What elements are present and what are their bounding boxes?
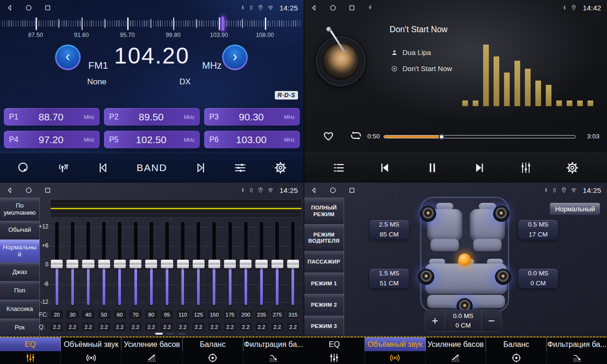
tab-surround-sound-icon-button[interactable] (61, 351, 121, 364)
repeat-icon[interactable] (349, 128, 363, 143)
recents-icon[interactable] (44, 4, 52, 12)
slider-handle[interactable] (145, 260, 157, 268)
preset-button[interactable]: P390.30MHz (204, 108, 300, 126)
tune-up-button[interactable] (222, 45, 248, 70)
tab-surround-sound[interactable]: Объёмный звук (365, 337, 426, 351)
slider-handle[interactable] (193, 260, 205, 268)
eq-band-slider[interactable] (206, 219, 222, 309)
recents-icon[interactable] (348, 4, 356, 12)
increase-delay-button[interactable]: + (425, 310, 445, 331)
progress-bar[interactable] (383, 135, 576, 138)
band-button[interactable]: BAND (137, 162, 167, 173)
slider-handle[interactable] (114, 260, 126, 268)
front-left-speaker-icon[interactable] (420, 206, 436, 222)
eq-preset-item[interactable]: Джаз (0, 263, 39, 281)
front-right-delay-button[interactable]: 0.5 MS 17 CM (518, 219, 559, 240)
tab-bass-boost-icon-button[interactable] (426, 351, 486, 364)
previous-station-icon[interactable] (96, 161, 111, 175)
eq-band-slider[interactable] (238, 219, 253, 309)
tab-eq-icon-button[interactable] (304, 351, 365, 364)
eq-band-slider[interactable] (96, 219, 112, 309)
progress-knob[interactable] (439, 134, 445, 140)
next-station-icon[interactable] (193, 161, 207, 175)
eq-preset-item[interactable]: Нормальный (0, 239, 39, 263)
eq-band-slider[interactable] (143, 219, 159, 309)
eq-band-slider[interactable] (191, 219, 206, 309)
eq-settings-icon[interactable] (233, 161, 247, 175)
eq-band-slider[interactable] (270, 219, 285, 309)
eq-band-slider[interactable] (285, 219, 301, 309)
eq-preset-item[interactable]: По умолчанию (0, 198, 39, 221)
tab-balance[interactable]: Баланс (183, 337, 243, 351)
preset-button[interactable]: P188.70MHz (4, 108, 100, 126)
back-icon[interactable] (6, 4, 14, 12)
tab-balance-icon-button[interactable] (183, 351, 243, 364)
eq-band-slider[interactable] (159, 219, 175, 309)
eq-band-slider[interactable] (175, 219, 191, 309)
preset-button[interactable]: P5102.50MHz (104, 131, 200, 148)
settings-gear-icon[interactable] (565, 161, 579, 175)
eq-preset-item[interactable]: Поп (0, 281, 39, 300)
slider-handle[interactable] (240, 260, 252, 268)
slider-handle[interactable] (82, 260, 94, 268)
eq-preset-item[interactable]: Классика (0, 300, 39, 318)
tab-surround-sound-icon-button[interactable] (365, 351, 426, 364)
recents-icon[interactable] (348, 186, 356, 194)
slider-handle[interactable] (161, 260, 173, 268)
rear-left-speaker-icon[interactable] (418, 269, 434, 285)
eq-band-slider[interactable] (253, 219, 269, 309)
back-icon[interactable] (310, 186, 318, 194)
previous-track-icon[interactable] (378, 161, 392, 175)
rear-right-speaker-icon[interactable] (495, 269, 511, 285)
slider-handle[interactable] (51, 260, 63, 268)
tab-eq[interactable]: EQ (304, 337, 365, 351)
preset-button[interactable]: P497.20MHz (4, 131, 100, 148)
favorite-heart-icon[interactable] (321, 128, 336, 143)
slider-handle[interactable] (255, 260, 267, 268)
broadcast-icon[interactable] (56, 161, 71, 175)
eq-preset-item[interactable]: Рок (0, 318, 39, 337)
slider-handle[interactable] (224, 260, 236, 268)
eq-band-slider[interactable] (49, 219, 65, 309)
tab-filter[interactable]: Фильтрация ба... (243, 337, 304, 351)
tab-eq[interactable]: EQ (0, 337, 61, 351)
sound-mode-item[interactable]: РЕЖИМ ВОДИТЕЛЯ (304, 224, 344, 251)
mixer-icon[interactable] (519, 161, 533, 175)
tab-bass-boost[interactable]: Усиление басов (121, 337, 182, 351)
preset-button[interactable]: P289.50MHz (104, 108, 200, 126)
pause-icon[interactable] (425, 161, 439, 175)
dial-tuning-indicator[interactable] (222, 17, 224, 31)
sound-mode-item[interactable]: ПОЛНЫЙ РЕЖИМ (304, 198, 344, 224)
next-track-icon[interactable] (472, 161, 486, 175)
back-icon[interactable] (310, 4, 318, 12)
scan-icon[interactable] (16, 161, 30, 175)
eq-band-slider[interactable] (80, 219, 96, 309)
slider-handle[interactable] (208, 260, 220, 268)
sound-mode-item[interactable]: ПАССАЖИР (304, 251, 344, 273)
tab-surround-sound[interactable]: Объёмный звук (61, 337, 121, 351)
front-left-delay-button[interactable]: 2.5 MS 85 CM (369, 219, 410, 240)
eq-band-slider[interactable] (222, 219, 238, 309)
decrease-delay-button[interactable]: − (482, 310, 501, 331)
front-right-speaker-icon[interactable] (493, 206, 509, 222)
back-icon[interactable] (6, 186, 14, 194)
recents-icon[interactable] (44, 186, 52, 194)
tab-balance-icon-button[interactable] (486, 351, 547, 364)
preset-button[interactable]: P6103.00MHz (204, 131, 300, 148)
profile-button[interactable]: Нормальный (550, 202, 600, 215)
tab-filter[interactable]: Фильтрация ба... (547, 337, 607, 351)
tab-eq-icon-button[interactable] (0, 351, 61, 364)
rear-left-delay-button[interactable]: 1.5 MS 51 CM (369, 268, 410, 289)
slider-handle[interactable] (287, 260, 299, 268)
slider-handle[interactable] (271, 260, 283, 268)
slider-handle[interactable] (66, 260, 78, 268)
tab-bass-boost-icon-button[interactable] (121, 351, 182, 364)
eq-preset-item[interactable]: Обычай (0, 221, 39, 239)
sound-mode-item[interactable]: РЕЖИМ 2 (304, 294, 344, 315)
eq-band-slider[interactable] (65, 219, 80, 309)
tab-filter-icon-button[interactable] (547, 351, 607, 364)
home-icon[interactable] (329, 186, 337, 194)
home-icon[interactable] (25, 4, 33, 12)
playlist-icon[interactable] (332, 161, 346, 175)
rear-right-delay-button[interactable]: 0.0 MS 0 CM (518, 268, 559, 289)
